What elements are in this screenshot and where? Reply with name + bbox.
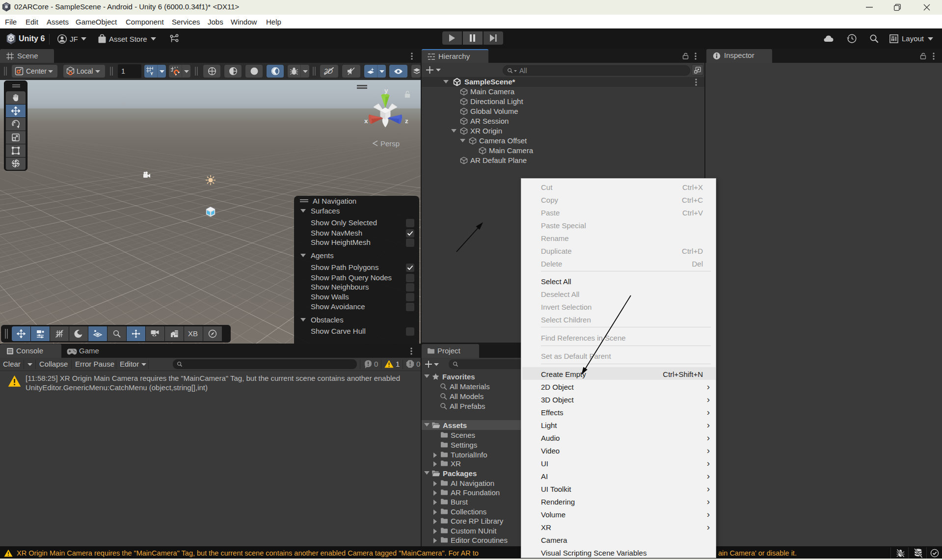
svg-text:x: x (364, 117, 368, 125)
svg-text:y: y (384, 87, 388, 94)
svg-text:Y: Y (150, 71, 153, 76)
svg-text:z: z (405, 117, 408, 125)
